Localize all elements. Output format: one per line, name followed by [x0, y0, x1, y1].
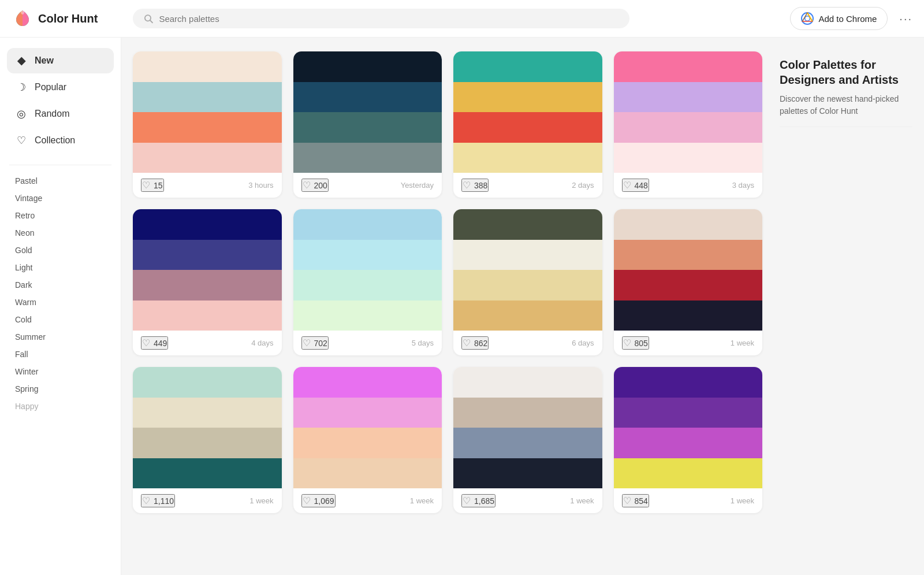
color-strip — [453, 51, 602, 82]
palette-grid: ♡ 15 3 hours ♡ 200 Yesterday ♡ 388 2 day… — [133, 51, 762, 561]
header: Color Hunt Add to Chrome ··· — [0, 0, 924, 38]
sidebar-item-popular[interactable]: ☽ Popular — [7, 75, 114, 100]
nav-icon-collection: ♡ — [15, 134, 28, 147]
palette-card[interactable]: ♡ 15 3 hours — [133, 51, 282, 198]
palette-footer: ♡ 1,685 1 week — [453, 488, 602, 513]
tag-warm[interactable]: Warm — [9, 294, 111, 311]
more-options-button[interactable]: ··· — [899, 12, 912, 25]
add-to-chrome-button[interactable]: Add to Chrome — [790, 7, 888, 30]
color-strip — [293, 82, 442, 113]
sidebar-item-new[interactable]: ◆ New — [7, 48, 114, 73]
palette-card[interactable]: ♡ 854 1 week — [614, 367, 763, 513]
tag-dark[interactable]: Dark — [9, 276, 111, 294]
color-strip — [293, 458, 442, 489]
like-count: 15 — [154, 181, 163, 190]
tag-winter[interactable]: Winter — [9, 363, 111, 380]
palette-card[interactable]: ♡ 1,685 1 week — [453, 367, 602, 513]
color-strip — [453, 301, 602, 331]
tag-vintage[interactable]: Vintage — [9, 190, 111, 207]
tag-fall[interactable]: Fall — [9, 346, 111, 363]
palette-card[interactable]: ♡ 200 Yesterday — [293, 51, 442, 198]
sidebar-tags: PastelVintageRetroNeonGoldLightDarkWarmC… — [0, 172, 121, 415]
tag-gold[interactable]: Gold — [9, 242, 111, 259]
palette-footer: ♡ 388 2 days — [453, 173, 602, 198]
tag-spring[interactable]: Spring — [9, 380, 111, 398]
like-count: 1,110 — [154, 496, 174, 506]
palette-footer: ♡ 862 6 days — [453, 331, 602, 355]
like-button[interactable]: ♡ 1,069 — [301, 494, 336, 507]
time-ago: 4 days — [251, 339, 273, 347]
like-button[interactable]: ♡ 200 — [301, 179, 329, 192]
tag-neon[interactable]: Neon — [9, 224, 111, 242]
right-panel: Color Palettes for Designers and Artists… — [774, 51, 912, 561]
heart-icon: ♡ — [463, 180, 471, 191]
logo-icon — [12, 8, 33, 29]
nav-label-popular: Popular — [35, 82, 66, 92]
palette-card[interactable]: ♡ 1,069 1 week — [293, 367, 442, 513]
palette-card[interactable]: ♡ 449 4 days — [133, 209, 282, 355]
palette-card[interactable]: ♡ 448 3 days — [614, 51, 763, 198]
header-right: Add to Chrome ··· — [790, 7, 912, 30]
tag-light[interactable]: Light — [9, 259, 111, 276]
nav-label-collection: Collection — [35, 135, 75, 146]
color-strip — [293, 209, 442, 240]
like-button[interactable]: ♡ 702 — [301, 336, 329, 350]
palette-footer: ♡ 1,110 1 week — [133, 488, 282, 513]
color-strip — [614, 301, 763, 331]
tag-cold[interactable]: Cold — [9, 311, 111, 328]
palette-card[interactable]: ♡ 388 2 days — [453, 51, 602, 198]
color-strip — [293, 428, 442, 458]
heart-icon: ♡ — [142, 180, 150, 191]
svg-point-6 — [806, 17, 810, 21]
color-strip — [453, 428, 602, 458]
like-button[interactable]: ♡ 1,685 — [461, 494, 495, 507]
color-strip — [133, 458, 282, 489]
search-icon — [143, 13, 153, 24]
palette-card[interactable]: ♡ 702 5 days — [293, 209, 442, 355]
logo[interactable]: Color Hunt — [12, 8, 121, 29]
like-button[interactable]: ♡ 1,110 — [141, 494, 175, 507]
like-button[interactable]: ♡ 854 — [622, 494, 649, 507]
heart-icon: ♡ — [303, 180, 311, 191]
color-strip — [133, 428, 282, 458]
sidebar-nav: ◆ New ☽ Popular ◎ Random ♡ Collection — [0, 48, 121, 153]
palette-card[interactable]: ♡ 1,110 1 week — [133, 367, 282, 513]
heart-icon: ♡ — [142, 495, 150, 506]
search-bar[interactable] — [133, 9, 629, 28]
color-strip — [293, 51, 442, 82]
color-strip — [614, 112, 763, 143]
like-button[interactable]: ♡ 388 — [461, 179, 489, 192]
color-strip — [614, 240, 763, 270]
color-strip — [453, 143, 602, 173]
heart-icon: ♡ — [623, 495, 631, 506]
heart-icon: ♡ — [463, 337, 471, 348]
heart-icon: ♡ — [142, 337, 150, 348]
color-strip — [133, 398, 282, 428]
search-input[interactable] — [159, 14, 619, 24]
tag-happy[interactable]: Happy — [9, 398, 111, 415]
tag-retro[interactable]: Retro — [9, 207, 111, 224]
time-ago: Yesterday — [401, 181, 434, 190]
like-button[interactable]: ♡ 862 — [461, 336, 489, 350]
palette-footer: ♡ 805 1 week — [614, 331, 763, 355]
layout: ◆ New ☽ Popular ◎ Random ♡ Collection Pa… — [0, 38, 924, 575]
like-button[interactable]: ♡ 805 — [622, 336, 649, 350]
palette-card[interactable]: ♡ 862 6 days — [453, 209, 602, 355]
color-strip — [133, 112, 282, 143]
color-strip — [133, 143, 282, 173]
time-ago: 1 week — [249, 496, 273, 505]
palette-footer: ♡ 449 4 days — [133, 331, 282, 355]
tag-pastel[interactable]: Pastel — [9, 172, 111, 190]
color-strip — [453, 209, 602, 240]
sidebar-item-random[interactable]: ◎ Random — [7, 101, 114, 127]
sidebar-item-collection[interactable]: ♡ Collection — [7, 128, 114, 153]
color-strip — [614, 458, 763, 489]
tag-summer[interactable]: Summer — [9, 328, 111, 346]
palette-card[interactable]: ♡ 805 1 week — [614, 209, 763, 355]
color-strip — [453, 82, 602, 113]
palette-footer: ♡ 200 Yesterday — [293, 173, 442, 198]
like-button[interactable]: ♡ 15 — [141, 179, 164, 192]
color-strip — [293, 240, 442, 270]
like-button[interactable]: ♡ 449 — [141, 336, 168, 350]
like-button[interactable]: ♡ 448 — [622, 179, 649, 192]
